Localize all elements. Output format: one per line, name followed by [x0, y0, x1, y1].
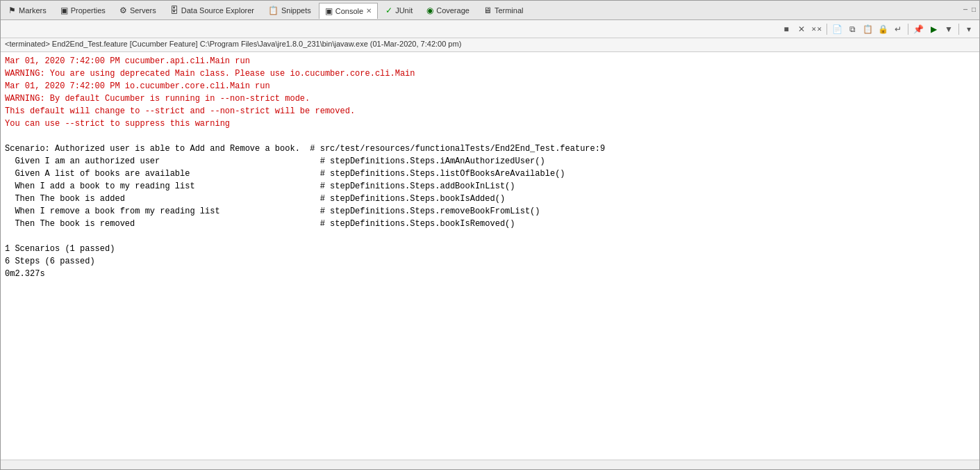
junit-icon: ✓ — [385, 6, 392, 15]
copy-button-2[interactable]: ⧉ — [845, 22, 859, 36]
h-scrollbar-track[interactable] — [1, 462, 979, 469]
word-wrap-button[interactable]: ↵ — [891, 22, 905, 36]
tab-junit[interactable]: ✓ JUnit — [379, 2, 419, 18]
tab-coverage-label: Coverage — [436, 6, 470, 15]
console-tab-close[interactable]: ✕ — [366, 7, 372, 15]
tab-snippets-label: Snippets — [281, 6, 311, 15]
tab-snippets[interactable]: 📋 Snippets — [262, 2, 317, 18]
close-all-consoles-button[interactable]: ✕✕ — [810, 22, 824, 36]
tab-properties-label: Properties — [71, 6, 106, 15]
tab-datasource-label: Data Source Explorer — [181, 6, 254, 15]
console-area: Mar 01, 2020 7:42:00 PM cucumber.api.cli… — [1, 52, 979, 460]
console-menu-button[interactable]: ▼ — [942, 22, 956, 36]
window-controls: ─ □ — [961, 6, 978, 14]
toolbar-separator-2 — [908, 24, 908, 35]
tab-datasource[interactable]: 🗄 Data Source Explorer — [164, 2, 260, 18]
terminal-icon: 🖥 — [483, 6, 492, 15]
maximize-button[interactable]: □ — [970, 6, 978, 14]
eclipse-window: ⚑ Markers ▣ Properties ⚙ Servers 🗄 Data … — [0, 0, 980, 470]
pin-console-button[interactable]: 📌 — [911, 22, 925, 36]
tab-markers[interactable]: ⚑ Markers — [2, 2, 53, 18]
tab-terminal-label: Terminal — [495, 6, 524, 15]
paste-button[interactable]: 📋 — [861, 22, 874, 36]
stop-button[interactable]: ■ — [779, 22, 793, 36]
servers-icon: ⚙ — [119, 6, 127, 15]
horizontal-scrollbar[interactable] — [1, 460, 979, 469]
toolbar-separator-1 — [827, 24, 827, 35]
console-status-text: <terminated> End2End_Test.feature [Cucum… — [5, 40, 461, 48]
tab-servers-label: Servers — [130, 6, 156, 15]
tab-console[interactable]: ▣ Console ✕ — [319, 3, 378, 19]
scroll-lock-button[interactable]: 🔒 — [876, 22, 890, 36]
console-toolbar: ■ ✕ ✕✕ 📄 ⧉ 📋 🔒 ↵ 📌 ▶ ▼ ▾ — [1, 20, 979, 38]
toolbar-separator-3 — [958, 24, 959, 35]
properties-icon: ▣ — [60, 6, 68, 15]
console-output[interactable]: Mar 01, 2020 7:42:00 PM cucumber.api.cli… — [1, 52, 979, 460]
datasource-icon: 🗄 — [170, 6, 178, 15]
tab-bar: ⚑ Markers ▣ Properties ⚙ Servers 🗄 Data … — [1, 1, 979, 20]
coverage-icon: ◉ — [426, 6, 433, 15]
tab-coverage[interactable]: ◉ Coverage — [420, 2, 476, 18]
snippets-icon: 📋 — [268, 6, 279, 15]
close-console-button[interactable]: ✕ — [795, 22, 808, 36]
console-status-bar: <terminated> End2End_Test.feature [Cucum… — [1, 38, 979, 52]
tab-properties[interactable]: ▣ Properties — [54, 2, 112, 18]
tab-junit-label: JUnit — [395, 6, 413, 15]
tab-terminal[interactable]: 🖥 Terminal — [477, 2, 530, 18]
minimize-button[interactable]: ─ — [961, 6, 970, 14]
copy-button-1[interactable]: 📄 — [830, 22, 844, 36]
tab-servers[interactable]: ⚙ Servers — [113, 2, 163, 18]
console-icon: ▣ — [325, 6, 333, 16]
tab-console-label: Console — [335, 7, 363, 15]
view-menu-button[interactable]: ▾ — [962, 22, 976, 36]
tab-markers-label: Markers — [19, 6, 47, 15]
open-console-button[interactable]: ▶ — [927, 22, 940, 36]
markers-icon: ⚑ — [8, 6, 16, 15]
